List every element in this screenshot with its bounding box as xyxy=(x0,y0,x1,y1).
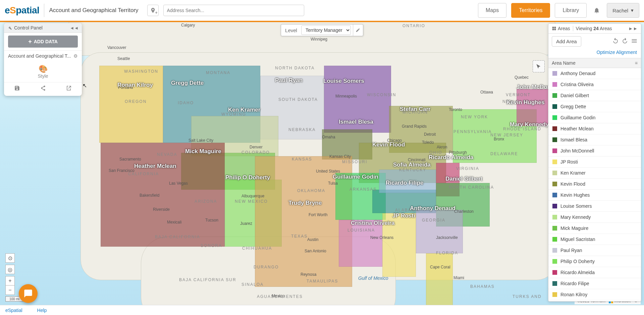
area-row[interactable]: Gregg Dette xyxy=(548,101,641,112)
area-row[interactable]: JP Rosti xyxy=(548,156,641,168)
area-row[interactable]: Miguel Sacristan xyxy=(548,234,641,245)
region-label: FLORIDA xyxy=(436,251,458,255)
area-row[interactable]: Anthony Denaud xyxy=(548,68,641,79)
territory-label: Guillaume Godin xyxy=(333,174,378,180)
territory-label: Sofia Almeida xyxy=(393,162,431,168)
area-name: Guillaume Godin xyxy=(560,115,595,120)
area-row[interactable]: Ismael Blesa xyxy=(548,134,641,145)
area-list[interactable]: Anthony DenaudCristina OliveiraDaniel Gi… xyxy=(548,68,641,301)
style-section[interactable]: 🎨 Style xyxy=(4,61,82,82)
zoom-out-button[interactable]: − xyxy=(5,286,15,295)
collapse-panel-button[interactable]: ◄◄ xyxy=(70,25,78,30)
add-location-button[interactable]: + xyxy=(147,5,159,16)
territory-shape[interactable] xyxy=(99,66,163,143)
region-label: NEVADA xyxy=(157,152,177,157)
area-row[interactable]: Ronan Kilroy xyxy=(548,289,641,300)
address-search-input[interactable] xyxy=(163,5,304,16)
control-panel: Control Panel ◄◄ + ADD DATA Account and … xyxy=(4,23,82,96)
city-label: San Francisco xyxy=(109,168,135,173)
area-row[interactable]: Ricardo Almeida xyxy=(548,267,641,278)
notifications-icon[interactable] xyxy=(593,7,600,14)
region-label: Turks and xyxy=(513,294,542,299)
save-button[interactable] xyxy=(14,85,20,92)
dataset-row[interactable]: Account and Geographical T... ⚙ xyxy=(4,50,82,61)
column-menu-button[interactable]: ≡ xyxy=(635,60,638,66)
edit-level-button[interactable] xyxy=(353,24,363,36)
share-button[interactable] xyxy=(40,85,46,92)
area-row[interactable]: Ken Kramer xyxy=(548,168,641,179)
area-row[interactable]: Sofia Almeida xyxy=(548,300,641,301)
region-label: NORTH DAKOTA xyxy=(275,66,315,70)
add-area-button[interactable]: Add Area xyxy=(552,36,581,47)
area-row[interactable]: Kevin Hughes xyxy=(548,190,641,201)
region-label: BAJA CALIFORNIA SUR xyxy=(179,277,236,282)
chat-button[interactable] xyxy=(19,284,38,303)
optimize-link-row: Optimize Alignment xyxy=(548,49,641,58)
territory-label: Paul Ryan xyxy=(275,77,303,84)
territory-shape[interactable] xyxy=(426,253,453,305)
city-label: Albuquerque xyxy=(241,194,264,198)
color-swatch xyxy=(552,182,557,186)
city-label: Kansas City xyxy=(329,154,351,159)
area-row[interactable]: Heather Mclean xyxy=(548,123,641,134)
panel-menu-button[interactable] xyxy=(631,38,638,46)
undo-button[interactable] xyxy=(612,38,619,46)
area-row[interactable]: Ricardo Filipe xyxy=(548,278,641,289)
region-label: WISCONSIN xyxy=(367,92,396,97)
level-dropdown[interactable]: Territory Manager xyxy=(301,25,351,35)
area-row[interactable]: Mick Maguire xyxy=(548,223,641,234)
nav-library[interactable]: Library xyxy=(555,3,587,18)
area-name: Ricardo Filipe xyxy=(560,281,589,286)
city-label: Vancouver xyxy=(107,45,126,50)
area-row[interactable]: Cristina Oliveira xyxy=(548,79,641,90)
color-swatch xyxy=(552,160,557,164)
territory-label: Ken Kramer xyxy=(228,107,260,113)
add-data-button[interactable]: + ADD DATA xyxy=(8,36,78,48)
area-row[interactable]: Philip O Doherty xyxy=(548,256,641,267)
region-label: DURANGO xyxy=(254,265,279,269)
area-name: Ken Kramer xyxy=(560,170,586,176)
city-label: Riverside xyxy=(153,207,170,212)
area-name: Mick Maguire xyxy=(560,226,588,231)
nav-maps[interactable]: Maps xyxy=(478,3,506,18)
city-label: Toronto xyxy=(449,107,462,112)
color-swatch xyxy=(552,226,557,231)
nav-territories[interactable]: Territories xyxy=(511,3,550,18)
footer-brand-link[interactable]: eSpatial xyxy=(5,308,22,313)
footer-help-link[interactable]: Help xyxy=(37,308,47,313)
brand-logo: eSpatial xyxy=(5,5,39,16)
area-row[interactable]: Guillaume Godin xyxy=(548,112,641,123)
city-label: New Orleans xyxy=(370,235,393,240)
zoom-extent-button[interactable]: ◎ xyxy=(5,265,15,274)
expand-panel-button[interactable]: ►► xyxy=(628,26,638,31)
region-label: MONTANA xyxy=(206,70,230,75)
zoom-fit-button[interactable]: ⊙ xyxy=(5,253,15,263)
territory-label: Philip O Doherty xyxy=(225,174,270,181)
territory-shape[interactable] xyxy=(339,220,382,267)
area-name: Gregg Dette xyxy=(560,104,586,109)
redo-button[interactable] xyxy=(622,38,628,46)
region-label: OKLAHOMA xyxy=(297,188,325,193)
area-row[interactable]: Daniel Gilbert xyxy=(548,90,641,101)
territory-shape[interactable] xyxy=(416,210,463,253)
region-label: NEBRASKA xyxy=(288,127,316,132)
region-label: ONTARIO xyxy=(402,23,425,28)
area-row[interactable]: John McDonnell xyxy=(548,145,641,156)
city-label: Seattle xyxy=(117,56,130,61)
area-row[interactable]: Mary Kennedy xyxy=(548,212,641,223)
territory-label: Ricardo Almeida xyxy=(429,154,474,161)
export-button[interactable] xyxy=(66,85,72,92)
territory-label: Mary Kennedy xyxy=(510,121,549,128)
dataset-settings-button[interactable]: ⚙ xyxy=(73,53,78,59)
zoom-in-button[interactable]: + xyxy=(5,276,15,286)
area-row[interactable]: Paul Ryan xyxy=(548,245,641,256)
rectangle-select-tool[interactable] xyxy=(533,60,545,72)
optimize-alignment-link[interactable]: Optimize Alignment xyxy=(596,50,637,55)
map-canvas[interactable]: ONTARIOWASHINGTONOREGONIDAHOMONTANANORTH… xyxy=(0,22,644,305)
user-menu[interactable]: Rachel ▾ xyxy=(607,3,639,18)
territory-label: Stefan Carr xyxy=(400,106,431,113)
region-label: CHIHUAHUA xyxy=(242,246,272,251)
area-row[interactable]: Louise Somers xyxy=(548,201,641,212)
city-label: Fort Worth xyxy=(309,212,327,217)
area-row[interactable]: Kevin Flood xyxy=(548,179,641,190)
